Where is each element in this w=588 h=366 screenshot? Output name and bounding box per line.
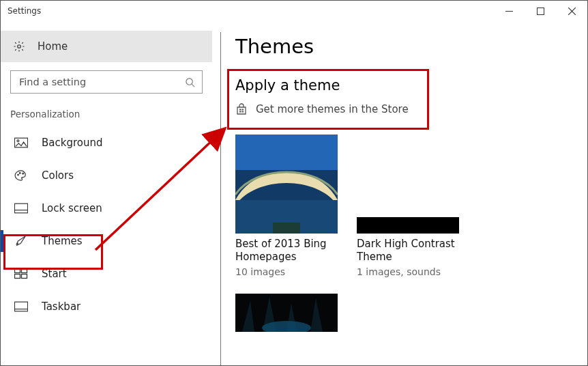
store-icon [235, 103, 248, 115]
svg-rect-12 [14, 203, 27, 213]
store-link-text: Get more themes in the Store [256, 103, 409, 115]
svg-rect-22 [239, 111, 241, 113]
sidebar-item-taskbar[interactable]: Taskbar [1, 290, 212, 323]
theme-thumbnail [235, 135, 338, 234]
lockscreen-icon [14, 203, 28, 214]
svg-point-5 [186, 78, 192, 84]
store-link[interactable]: Get more themes in the Store [235, 103, 570, 115]
svg-rect-27 [273, 223, 300, 234]
search-field[interactable] [18, 76, 179, 88]
svg-rect-18 [14, 302, 27, 311]
svg-rect-25 [235, 135, 338, 170]
theme-item[interactable]: Dark High Contrast Theme 1 images, sound… [357, 135, 459, 277]
theme-thumbnail [357, 135, 459, 234]
svg-rect-20 [239, 109, 241, 111]
taskbar-icon [14, 301, 28, 312]
svg-point-4 [18, 45, 21, 48]
vertical-divider [220, 32, 221, 365]
home-button[interactable]: Home [1, 31, 212, 62]
sidebar-item-label: Themes [42, 235, 83, 247]
theme-subtitle: 1 images, sounds [357, 266, 459, 277]
theme-item[interactable]: Best of 2013 Bing Homepages 10 images [235, 135, 338, 277]
svg-point-10 [19, 173, 20, 174]
window-title: Settings [8, 6, 41, 16]
palette-icon [14, 170, 28, 181]
search-input[interactable] [10, 70, 203, 94]
page-title: Themes [235, 35, 570, 58]
theme-subtitle: 10 images [235, 266, 338, 277]
close-button[interactable] [556, 1, 587, 21]
sidebar-item-label: Taskbar [42, 300, 80, 313]
svg-point-8 [17, 140, 19, 142]
svg-rect-16 [15, 274, 20, 279]
sidebar-item-label: Colors [42, 169, 74, 182]
sidebar: Home Personalization Background Colors L… [1, 21, 212, 365]
apply-theme-header: Apply a theme [235, 77, 570, 94]
svg-rect-1 [537, 8, 544, 14]
sidebar-item-label: Lock screen [42, 202, 102, 214]
sidebar-item-colors[interactable]: Colors [1, 159, 212, 192]
sidebar-item-label: Background [42, 137, 103, 149]
sidebar-item-label: Start [42, 268, 67, 280]
svg-rect-17 [22, 274, 27, 279]
section-label: Personalization [1, 109, 212, 119]
minimize-button[interactable] [493, 1, 525, 21]
home-label: Home [38, 40, 68, 53]
svg-rect-21 [242, 109, 244, 111]
sidebar-item-lockscreen[interactable]: Lock screen [1, 192, 212, 225]
sidebar-item-themes[interactable]: Themes [1, 225, 212, 257]
theme-name: Best of 2013 Bing Homepages [235, 238, 338, 264]
paintbrush-icon [14, 236, 28, 247]
svg-point-11 [23, 173, 24, 174]
svg-point-9 [18, 174, 19, 175]
search-icon [185, 77, 195, 87]
svg-rect-15 [22, 269, 27, 273]
sidebar-item-start[interactable]: Start [1, 257, 212, 290]
theme-thumbnail[interactable] [235, 294, 338, 332]
svg-rect-14 [15, 269, 20, 273]
svg-rect-23 [242, 111, 244, 113]
theme-name: Dark High Contrast Theme [357, 238, 459, 264]
sidebar-item-background[interactable]: Background [1, 126, 212, 159]
start-icon [14, 268, 28, 279]
maximize-button[interactable] [525, 1, 556, 21]
svg-line-6 [192, 84, 194, 87]
gear-icon [13, 40, 25, 53]
picture-icon [14, 137, 28, 148]
main-content: Themes Apply a theme Get more themes in … [212, 21, 587, 365]
titlebar: Settings [1, 1, 587, 21]
